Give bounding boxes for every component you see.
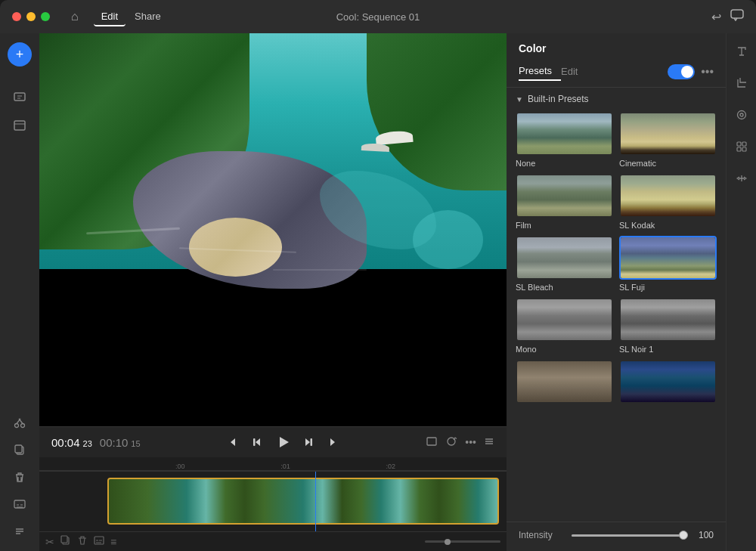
svg-point-15 (740, 113, 743, 116)
video-clip[interactable] (107, 478, 499, 525)
timeline-ruler: :00 :01 :02 (39, 457, 507, 471)
cut-icon[interactable] (9, 412, 30, 433)
home-icon[interactable]: ⌂ (65, 7, 85, 26)
tick-label-0: :00 (175, 463, 185, 470)
loop-icon[interactable] (445, 435, 457, 450)
tab-edit[interactable]: Edit (561, 63, 587, 80)
current-frames: 23 (83, 439, 92, 448)
intensity-thumb[interactable] (679, 531, 688, 540)
bottom-tools: ✂ ≡ (39, 531, 507, 551)
preset-bottom1-image (517, 361, 612, 402)
minimize-button[interactable] (26, 12, 36, 21)
tab-presets[interactable]: Presets (519, 62, 561, 81)
enable-toggle[interactable] (668, 64, 695, 79)
svg-point-4 (21, 424, 25, 428)
text-tool-icon[interactable] (731, 41, 752, 62)
preset-bottom1-thumb[interactable] (516, 360, 613, 404)
copy-icon[interactable] (9, 439, 30, 460)
intensity-slider[interactable] (572, 534, 683, 537)
preset-mono-image (517, 299, 612, 340)
center-content: 00:04 23 00:10 15 (39, 33, 507, 551)
undo-icon[interactable]: ↩ (711, 10, 721, 24)
svg-point-14 (737, 111, 745, 119)
add-button[interactable]: + (8, 42, 32, 67)
list-tool-icon[interactable]: ≡ (110, 536, 116, 548)
left-sidebar: + (0, 33, 39, 551)
svg-rect-12 (61, 536, 67, 543)
preset-sl-bleach[interactable]: SL Bleach (516, 236, 613, 292)
svg-rect-18 (737, 147, 741, 151)
built-in-section-header: ▼ Built-in Presets (516, 94, 717, 104)
tick-label-1: :01 (280, 463, 290, 470)
effects-icon[interactable] (731, 104, 752, 125)
section-label: Built-in Presets (528, 94, 589, 104)
more-options-icon[interactable]: ••• (465, 436, 476, 448)
preset-film-thumb[interactable] (516, 174, 613, 218)
preset-sl-noir1-thumb[interactable] (619, 298, 717, 342)
caption-tool-icon[interactable] (94, 535, 104, 548)
close-button[interactable] (12, 12, 21, 21)
preset-sl-fuji-thumb[interactable] (619, 236, 717, 280)
svg-rect-19 (742, 147, 746, 151)
tick-label-2: :02 (386, 463, 395, 470)
intensity-section: Intensity 100 (507, 522, 726, 551)
fullscreen-icon[interactable] (426, 435, 438, 450)
timecode-display: 00:04 23 00:10 15 (51, 436, 141, 449)
crop-icon[interactable] (731, 73, 752, 94)
panel-tabs: Presets Edit ••• (519, 62, 714, 81)
preset-bottom2-thumb[interactable] (619, 360, 717, 404)
step-forward-button[interactable] (299, 433, 318, 451)
transport-bar: 00:04 23 00:10 15 (39, 426, 507, 457)
skip-to-start-button[interactable] (222, 433, 240, 451)
grid-icon[interactable] (731, 136, 752, 157)
transform-icon[interactable] (731, 168, 752, 189)
preset-sl-kodak-thumb[interactable] (619, 174, 717, 218)
zoom-slider[interactable] (425, 540, 500, 543)
cut-tool-icon[interactable]: ✂ (45, 536, 54, 548)
import-icon[interactable] (9, 88, 30, 109)
panel-more-button[interactable]: ••• (701, 65, 714, 79)
preset-sl-kodak[interactable]: SL Kodak (619, 174, 717, 230)
delete-icon[interactable] (9, 466, 30, 488)
far-right-panel (726, 33, 756, 551)
maximize-button[interactable] (41, 12, 50, 21)
app-menu: Edit Share (94, 8, 169, 26)
preset-film-image (517, 175, 612, 216)
preset-bottom2[interactable] (619, 360, 717, 407)
edit-menu-item[interactable]: Edit (94, 8, 125, 26)
section-chevron-icon: ▼ (516, 95, 523, 104)
media-library-icon[interactable] (9, 115, 30, 136)
preset-mono-thumb[interactable] (516, 298, 613, 342)
timeline-track[interactable] (107, 472, 507, 531)
delete-tool-icon[interactable] (77, 535, 88, 548)
intensity-row: Intensity 100 (519, 530, 714, 540)
caption-icon[interactable] (9, 494, 30, 515)
step-back-button[interactable] (248, 433, 266, 451)
preset-cinematic[interactable]: Cinematic (619, 112, 717, 168)
settings-icon[interactable] (484, 436, 494, 449)
preset-bottom1[interactable] (516, 360, 613, 407)
preset-none-thumb[interactable] (516, 112, 613, 156)
speech-bubble-icon[interactable] (730, 9, 744, 24)
share-menu-item[interactable]: Share (127, 8, 169, 26)
presets-section: ▼ Built-in Presets None Cinematic (507, 88, 726, 522)
svg-rect-9 (311, 438, 313, 446)
list-icon[interactable] (9, 521, 30, 542)
clip-thumbnails (109, 479, 497, 523)
svg-rect-17 (742, 142, 746, 146)
copy-tool-icon[interactable] (60, 535, 71, 548)
preset-none[interactable]: None (516, 112, 613, 168)
preset-mono[interactable]: Mono (516, 298, 613, 354)
color-panel: Color Presets Edit ••• ▼ Built-in Preset… (507, 33, 726, 551)
svg-rect-8 (253, 438, 256, 446)
preset-sl-bleach-thumb[interactable] (516, 236, 613, 280)
preset-sl-noir1[interactable]: SL Noir 1 (619, 298, 717, 354)
current-time: 00:04 (51, 436, 80, 449)
play-button[interactable] (274, 433, 292, 451)
zoom-thumb[interactable] (445, 539, 451, 545)
preset-cinematic-thumb[interactable] (619, 112, 717, 156)
skip-to-end-button[interactable] (325, 433, 343, 451)
preset-sl-kodak-image (621, 175, 715, 216)
preset-sl-fuji[interactable]: SL Fuji (619, 236, 717, 292)
preset-film[interactable]: Film (516, 174, 613, 230)
